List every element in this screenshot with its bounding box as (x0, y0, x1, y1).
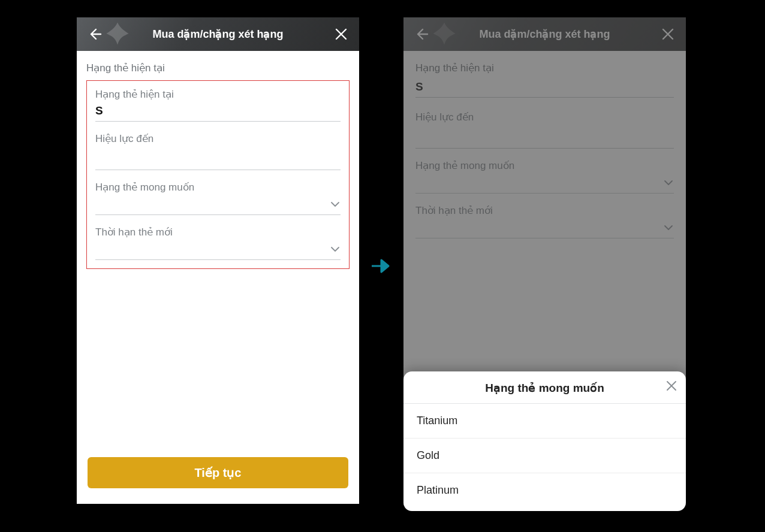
close-icon (335, 28, 348, 41)
sheet-title: Hạng thẻ mong muốn (485, 381, 604, 395)
field-new-expiry[interactable]: Thời hạn thẻ mới (95, 226, 341, 260)
form-highlight-box: Hạng thẻ hiện tại S Hiệu lực đến Hạng th… (86, 80, 350, 269)
section-label: Hạng thẻ hiện tại (86, 62, 350, 74)
form-content: Hạng thẻ hiện tại Hạng thẻ hiện tại S Hi… (77, 51, 359, 269)
field-desired-tier[interactable]: Hạng thẻ mong muốn (95, 181, 341, 215)
arrow-left-icon (88, 27, 102, 41)
sheet-close-button[interactable] (665, 380, 677, 392)
dropdown-desired-tier[interactable] (95, 197, 341, 215)
close-icon (665, 380, 677, 392)
field-current-tier: Hạng thẻ hiện tại S (95, 88, 341, 122)
back-button[interactable] (86, 26, 103, 43)
field-value-valid-until (95, 149, 341, 170)
navbar: Mua dặm/chặng xét hạng (77, 17, 359, 51)
navbar-title: Mua dặm/chặng xét hạng (103, 28, 333, 41)
dropdown-new-expiry[interactable] (95, 242, 341, 260)
field-valid-until[interactable]: Hiệu lực đến (95, 132, 341, 170)
field-label: Hạng thẻ hiện tại (95, 88, 341, 101)
sheet-option-gold[interactable]: Gold (403, 439, 686, 473)
continue-button[interactable]: Tiếp tục (88, 457, 348, 488)
arrow-right-icon (371, 258, 392, 274)
phone-left: Mua dặm/chặng xét hạng Hạng thẻ hiện tại… (77, 17, 359, 504)
phone-right: Mua dặm/chặng xét hạng Hạng thẻ hiện tại… (403, 17, 686, 511)
bottom-sheet: Hạng thẻ mong muốn Titanium Gold Platinu… (403, 371, 686, 511)
chevron-down-icon (330, 199, 341, 210)
close-button[interactable] (333, 26, 350, 43)
field-value-current-tier: S (95, 104, 341, 122)
field-label: Hạng thẻ mong muốn (95, 181, 341, 194)
transition-arrow (371, 258, 392, 274)
sheet-header: Hạng thẻ mong muốn (403, 371, 686, 404)
chevron-down-icon (330, 244, 341, 255)
field-label: Hiệu lực đến (95, 132, 341, 145)
sheet-option-titanium[interactable]: Titanium (403, 404, 686, 439)
sheet-option-platinum[interactable]: Platinum (403, 473, 686, 507)
field-label: Thời hạn thẻ mới (95, 226, 341, 238)
